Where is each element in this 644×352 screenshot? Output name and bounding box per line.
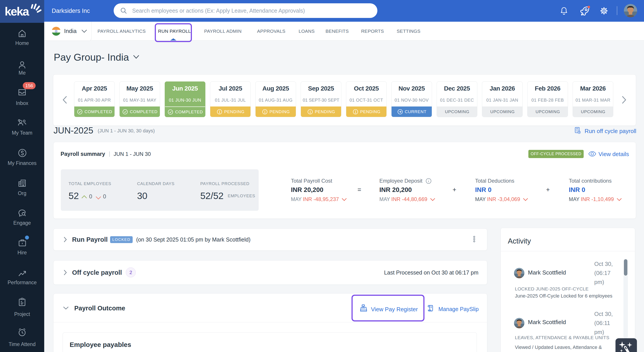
svg-text:keka: keka: [5, 5, 30, 18]
